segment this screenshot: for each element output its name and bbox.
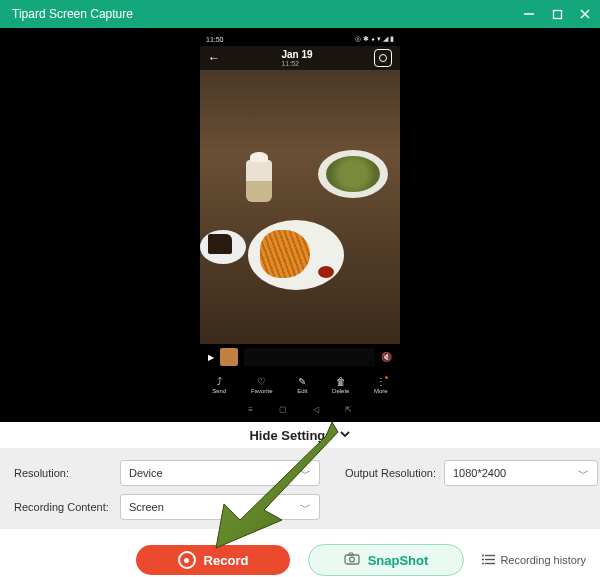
recording-content-select[interactable]: Screen ﹀ xyxy=(120,494,320,520)
pencil-icon: ✎ xyxy=(298,377,306,387)
hide-settings-label: Hide Settings xyxy=(249,428,332,443)
svg-point-11 xyxy=(482,558,484,560)
record-button[interactable]: Record xyxy=(136,545,290,575)
play-icon[interactable]: ▶ xyxy=(208,353,214,362)
list-icon xyxy=(482,554,495,567)
back-arrow-icon[interactable]: ← xyxy=(208,51,220,65)
maximize-button[interactable] xyxy=(550,7,564,21)
chevron-down-icon: ﹀ xyxy=(300,500,311,515)
food-photo-element xyxy=(318,150,388,198)
food-photo-element xyxy=(246,160,272,202)
phone-scrubber: ▶ 🔇 xyxy=(200,344,400,370)
nav-drawer-icon[interactable]: ⇱ xyxy=(345,405,352,414)
svg-rect-4 xyxy=(345,555,359,564)
chevron-down-icon xyxy=(339,428,351,443)
hide-settings-toggle[interactable]: Hide Settings xyxy=(0,422,600,449)
phone-status-bar: 11:50 ◎ ✱ ⬥ ▾ ◢ ▮ xyxy=(200,32,400,46)
title-bar: Tipard Screen Capture xyxy=(0,0,600,28)
phone-screen: 11:50 ◎ ✱ ⬥ ▾ ◢ ▮ ← Jan 19 11:52 ▶ 🔇 ⤴Se… xyxy=(200,32,400,418)
phone-status-time: 11:50 xyxy=(206,36,224,43)
action-bar: Record SnapShot Recording history xyxy=(0,529,600,577)
share-icon: ⤴ xyxy=(217,377,222,387)
scrub-track[interactable] xyxy=(244,348,375,366)
trash-icon: 🗑 xyxy=(336,377,346,387)
svg-point-10 xyxy=(482,554,484,556)
phone-status-icons: ◎ ✱ ⬥ ▾ ◢ ▮ xyxy=(355,35,394,43)
snapshot-button[interactable]: SnapShot xyxy=(308,544,464,576)
food-photo-element xyxy=(200,230,246,264)
window-controls xyxy=(522,7,592,21)
camera-icon xyxy=(344,552,360,568)
thumbnail[interactable] xyxy=(220,348,238,366)
heart-icon: ♡ xyxy=(257,377,266,387)
close-button[interactable] xyxy=(578,7,592,21)
phone-top-bar: ← Jan 19 11:52 xyxy=(200,46,400,70)
svg-point-5 xyxy=(349,557,354,562)
nav-menu-icon[interactable]: ≡ xyxy=(248,405,253,414)
lens-icon[interactable] xyxy=(374,49,392,67)
record-button-label: Record xyxy=(204,553,249,568)
recording-history-link[interactable]: Recording history xyxy=(482,554,586,567)
nav-back-icon[interactable]: ◁ xyxy=(313,405,319,414)
device-preview-area: 11:50 ◎ ✱ ⬥ ▾ ◢ ▮ ← Jan 19 11:52 ▶ 🔇 ⤴Se… xyxy=(0,28,600,422)
photo-content[interactable] xyxy=(200,70,400,344)
chevron-down-icon: ﹀ xyxy=(300,466,311,481)
resolution-select[interactable]: Device ﹀ xyxy=(120,460,320,486)
phone-favorite-button[interactable]: ♡Favorite xyxy=(251,377,273,394)
phone-delete-button[interactable]: 🗑Delete xyxy=(332,377,349,394)
svg-rect-1 xyxy=(553,10,561,18)
output-resolution-select[interactable]: 1080*2400 ﹀ xyxy=(444,460,598,486)
app-title: Tipard Screen Capture xyxy=(8,7,133,21)
recording-content-label: Recording Content: xyxy=(14,501,114,513)
mute-icon[interactable]: 🔇 xyxy=(381,352,392,362)
food-photo-element xyxy=(248,220,344,290)
photo-date: Jan 19 11:52 xyxy=(281,50,312,67)
settings-panel: Resolution: Device ﹀ Output Resolution: … xyxy=(0,449,600,529)
phone-nav-bar: ≡ ▢ ◁ ⇱ xyxy=(200,400,400,418)
minimize-button[interactable] xyxy=(522,7,536,21)
more-icon: ⋮ xyxy=(376,377,386,387)
phone-action-row: ⤴Send ♡Favorite ✎Edit 🗑Delete ⋮More xyxy=(200,370,400,400)
svg-point-12 xyxy=(482,562,484,564)
record-icon xyxy=(178,551,196,569)
recording-history-label: Recording history xyxy=(500,554,586,566)
chevron-down-icon: ﹀ xyxy=(578,466,589,481)
resolution-label: Resolution: xyxy=(14,467,114,479)
output-resolution-label: Output Resolution: xyxy=(326,467,438,479)
nav-home-icon[interactable]: ▢ xyxy=(279,405,287,414)
phone-edit-button[interactable]: ✎Edit xyxy=(297,377,307,394)
svg-rect-6 xyxy=(349,553,353,556)
phone-send-button[interactable]: ⤴Send xyxy=(212,377,226,394)
phone-more-button[interactable]: ⋮More xyxy=(374,377,388,394)
snapshot-button-label: SnapShot xyxy=(368,553,429,568)
